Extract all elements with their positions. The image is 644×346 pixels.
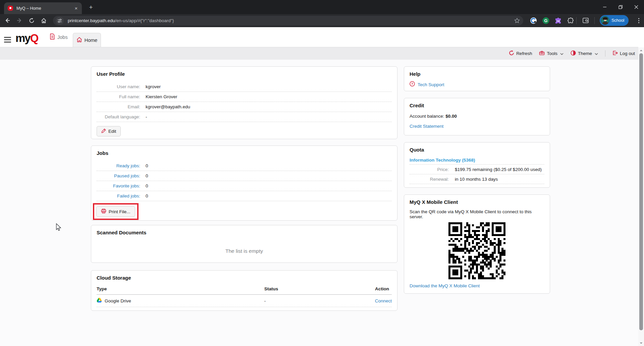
chevron-down-icon xyxy=(595,51,598,56)
printer-icon xyxy=(101,209,106,215)
download-mobile-client-link[interactable]: Download the MyQ X Mobile Client xyxy=(410,283,480,288)
home-browser-icon[interactable] xyxy=(39,16,48,25)
user-profile-card: User Profile User name: kgrover Full nam… xyxy=(91,66,397,139)
cloud-storage-card: Cloud Storage Type Status Action Google … xyxy=(91,270,397,311)
qr-code xyxy=(448,222,505,279)
tech-support-link[interactable]: Tech Support xyxy=(418,82,444,87)
logout-button[interactable]: Log out xyxy=(612,50,635,57)
jobs-row: Paused jobs: 0 xyxy=(97,171,392,181)
card-title: Credit xyxy=(410,103,544,108)
theme-icon xyxy=(571,50,576,57)
document-icon xyxy=(50,34,55,41)
refresh-label: Refresh xyxy=(516,51,532,56)
row-label: Full name: xyxy=(97,94,146,99)
row-value: kgrover@baypath.edu xyxy=(146,104,190,109)
grammarly-extension-icon[interactable]: G xyxy=(541,16,550,25)
row-label: Price: xyxy=(410,167,455,172)
read-write-extension-icon[interactable]: rw xyxy=(553,16,563,25)
svg-text:?: ? xyxy=(411,82,413,85)
card-title: Cloud Storage xyxy=(97,275,392,281)
tools-button[interactable]: Tools xyxy=(539,50,564,57)
row-value: - xyxy=(146,114,147,119)
close-tab-icon[interactable]: × xyxy=(73,5,79,11)
site-settings-icon[interactable] xyxy=(56,17,64,25)
toolbar-divider xyxy=(605,50,605,57)
scroll-down-icon[interactable] xyxy=(640,342,643,345)
table-header-row: Type Status Action xyxy=(97,283,392,295)
url-bar[interactable]: printcenter.baypath.edu/en-us/app/#{"r":… xyxy=(53,16,523,25)
toolbox-icon xyxy=(539,50,545,57)
row-label: Default language: xyxy=(97,114,146,119)
page-scrollbar[interactable] xyxy=(638,48,644,346)
hamburger-menu-icon[interactable] xyxy=(4,35,13,44)
browser-tab-strip: MyQ – Home × + xyxy=(0,0,644,14)
browser-menu-icon[interactable] xyxy=(635,16,643,24)
tab-jobs[interactable]: Jobs xyxy=(50,27,68,47)
question-circle-icon: ? xyxy=(410,81,415,88)
storage-type-label: Google Drive xyxy=(105,298,131,303)
back-icon[interactable] xyxy=(3,16,12,25)
close-window-icon[interactable] xyxy=(628,0,644,14)
profile-row: User name: kgrover xyxy=(97,82,392,92)
browser-tab[interactable]: MyQ – Home × xyxy=(4,2,82,14)
minimize-icon[interactable] xyxy=(597,0,612,14)
theme-label: Theme xyxy=(578,51,592,56)
new-tab-button[interactable]: + xyxy=(87,3,95,12)
sidebar-search-icon[interactable] xyxy=(581,16,590,25)
scrollbar-thumb[interactable] xyxy=(639,53,643,330)
tools-label: Tools xyxy=(547,51,557,56)
myq-favicon-icon xyxy=(7,5,13,11)
pencil-icon xyxy=(101,128,106,134)
scanned-documents-card: Scanned Documents The list is empty xyxy=(91,225,397,263)
column-header-type: Type xyxy=(97,286,264,291)
tab-home-active[interactable]: Home xyxy=(73,33,101,47)
row-label: Email: xyxy=(97,104,146,109)
row-value: Kiersten Grover xyxy=(146,94,177,99)
screen: MyQ – Home × + printcenter.b xyxy=(0,0,644,346)
extensions-puzzle-icon[interactable] xyxy=(566,16,575,25)
quota-department-link[interactable]: Information Technology (5368) xyxy=(410,158,475,163)
account-balance: Account balance: $0.00 xyxy=(410,114,544,119)
favorite-jobs-link[interactable]: Favorite jobs: xyxy=(97,183,146,188)
profile-name-label: School xyxy=(611,18,624,23)
column-header-action: Action xyxy=(375,286,392,291)
restore-icon[interactable] xyxy=(612,0,628,14)
quota-row: Renewal: in 10 months 13 days xyxy=(410,174,544,184)
bookmark-star-icon[interactable] xyxy=(514,18,520,23)
theme-button[interactable]: Theme xyxy=(571,50,598,57)
toolbar-divider xyxy=(594,17,595,24)
toolbar-divider xyxy=(576,17,577,24)
tab-jobs-label: Jobs xyxy=(57,35,68,40)
reload-icon[interactable] xyxy=(27,16,36,25)
logout-label: Log out xyxy=(620,51,635,56)
quota-card: Quota Information Technology (5368) Pric… xyxy=(404,142,550,188)
credit-card: Credit Account balance: $0.00 Credit Sta… xyxy=(404,98,550,135)
row-value: 0 xyxy=(146,193,148,198)
page-toolbar: Refresh Tools Theme Log out xyxy=(0,47,638,60)
print-file-button[interactable]: Print File... xyxy=(96,206,135,217)
card-title: Help xyxy=(410,71,544,77)
balance-value: $0.00 xyxy=(445,114,457,119)
browser-profile-chip[interactable]: School xyxy=(600,15,629,26)
card-title: Scanned Documents xyxy=(97,230,392,235)
connect-link[interactable]: Connect xyxy=(375,298,392,303)
ready-jobs-link[interactable]: Ready jobs: xyxy=(97,163,146,168)
paused-jobs-link[interactable]: Paused jobs: xyxy=(97,173,146,178)
edit-button[interactable]: Edit xyxy=(97,126,121,136)
row-label: User name: xyxy=(97,84,146,89)
row-value: 0 xyxy=(146,183,148,188)
jobs-row: Ready jobs: 0 xyxy=(97,161,392,171)
failed-jobs-link[interactable]: Failed jobs: xyxy=(97,193,146,198)
logout-icon xyxy=(612,50,618,57)
card-title: Quota xyxy=(410,147,544,153)
scroll-up-icon[interactable] xyxy=(640,49,643,52)
red-highlight-box: Print File... xyxy=(93,203,139,220)
svg-text:rw: rw xyxy=(556,19,560,22)
card-title: MyQ X Mobile Client xyxy=(410,199,544,205)
refresh-button[interactable]: Refresh xyxy=(509,50,532,57)
profile-row: Full name: Kiersten Grover xyxy=(97,92,392,102)
forward-icon[interactable] xyxy=(15,16,24,25)
row-value: in 10 months 13 days xyxy=(455,177,498,182)
extension-icon-1[interactable] xyxy=(529,16,538,25)
credit-statement-link[interactable]: Credit Statement xyxy=(410,124,443,129)
